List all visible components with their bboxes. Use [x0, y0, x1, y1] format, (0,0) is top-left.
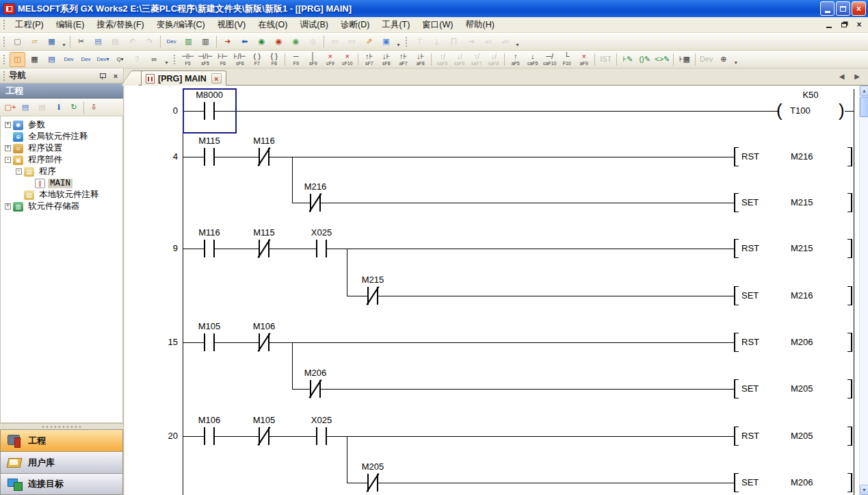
jump-icon[interactable]: ⇗	[361, 34, 377, 49]
redo-icon[interactable]: ↷	[142, 34, 157, 49]
ist-instruction-icon[interactable]: IST	[598, 52, 614, 67]
instruction-device[interactable]: M205	[791, 383, 813, 394]
scrollbar-thumb[interactable]	[860, 97, 868, 117]
invert-result-rising-icon[interactable]: ↑aF5	[508, 52, 523, 67]
tree-item-4[interactable]: -▤程序	[1, 166, 122, 177]
add-new-item-icon[interactable]: ▢+	[4, 101, 16, 113]
vertical-scrollbar[interactable]: ▲ ▼	[859, 86, 868, 495]
sfc-block-down-icon[interactable]: ⍊	[429, 34, 445, 49]
tab-scroll-arrows[interactable]: ◀ ▶	[839, 73, 864, 80]
tree-item-1[interactable]: ⊕全局软元件注释	[1, 131, 122, 142]
instruction-op[interactable]: RST	[741, 431, 759, 441]
menu-item-5[interactable]: 在线(O)	[252, 17, 293, 33]
falling-pulse-icon[interactable]: ↓⊦sF8	[378, 52, 394, 67]
coil-device[interactable]: T100	[790, 105, 811, 116]
new-project-icon[interactable]: ▢	[10, 34, 25, 49]
sfc-va0-icon[interactable]: ⊿0	[497, 34, 513, 49]
menu-item-8[interactable]: 工具(T)	[376, 17, 416, 33]
menu-drag-handle[interactable]	[3, 19, 6, 30]
menu-item-4[interactable]: 视图(V)	[211, 17, 252, 33]
device-display-toggle-icon[interactable]: Dev	[698, 52, 714, 67]
nav-button-connection[interactable]: 连接目标	[0, 473, 123, 495]
toolbar-drag-handle[interactable]	[173, 54, 176, 65]
refresh-icon[interactable]: ↻	[68, 101, 80, 113]
instruction-device[interactable]: M206	[791, 477, 813, 487]
tree-item-main[interactable]: ∥MAIN	[1, 177, 122, 189]
tree-expander-icon[interactable]: -	[5, 157, 11, 163]
scroll-up-icon[interactable]: ▲	[860, 86, 868, 96]
tree-item-0[interactable]: +✱参数	[1, 119, 122, 131]
paste-icon[interactable]: ▤	[107, 34, 123, 49]
invert-operation-result-icon[interactable]: ─/caF10	[542, 52, 557, 67]
close-button[interactable]: ×	[852, 1, 866, 16]
sfc-block-up-icon[interactable]: ⍑	[412, 34, 428, 49]
nav-button-project[interactable]: 工程	[0, 429, 123, 451]
remote-operation-icon[interactable]: ▣	[378, 34, 394, 49]
toolbar-overflow-icon[interactable]: ▾	[60, 34, 68, 49]
tree-item-7[interactable]: +▥软元件存储器	[1, 201, 122, 212]
instruction-device[interactable]: M215	[791, 197, 813, 207]
device-list-icon[interactable]: Dev	[78, 52, 94, 67]
close-contact-icon[interactable]: ⊣/⊢sF5	[197, 52, 213, 67]
cut-icon[interactable]: ✂	[73, 34, 89, 49]
monitor-stop-icon[interactable]: ◉	[271, 34, 287, 49]
read-from-plc-icon[interactable]: ⬅	[237, 34, 252, 49]
menu-item-2[interactable]: 搜索/替换(F)	[90, 17, 150, 33]
tree-expander-icon[interactable]: -	[16, 168, 22, 175]
tile-windows-icon[interactable]: ▭	[327, 34, 343, 49]
open-project-icon[interactable]: ▱	[27, 34, 42, 49]
mdi-restore-button[interactable]	[838, 19, 850, 30]
rising-pulse-close-branch-icon[interactable]: ↑/saF7	[469, 52, 484, 67]
cross-reference-icon[interactable]: Q▾	[112, 52, 128, 67]
instruction-device[interactable]: M216	[791, 151, 813, 162]
line-input-icon[interactable]: └F10	[559, 52, 575, 67]
delete-vertical-line-icon[interactable]: ×cF10	[339, 52, 355, 67]
device-comment-icon[interactable]: Dev	[163, 34, 179, 49]
instruction-device[interactable]: M216	[791, 290, 813, 301]
instruction-op[interactable]: SET	[741, 383, 759, 394]
restore-button[interactable]	[836, 1, 850, 16]
sort-filter-icon[interactable]: ⇩	[88, 101, 100, 113]
tab-close-icon[interactable]: ×	[211, 73, 222, 84]
output-window-icon[interactable]: ▤	[44, 52, 60, 67]
inline-edit-contact-icon[interactable]: ⊦✎	[620, 52, 635, 67]
instruction-op[interactable]: RST	[741, 151, 759, 162]
cascade-windows-icon[interactable]: ▭	[344, 34, 360, 49]
mdi-minimize-button[interactable]	[823, 19, 835, 30]
delete-horizontal-line-icon[interactable]: ×cF9	[322, 52, 338, 67]
menu-item-0[interactable]: 工程(P)	[9, 17, 50, 33]
inline-st-box-icon[interactable]: ⊦▦	[676, 52, 692, 67]
menu-item-10[interactable]: 帮助(H)	[459, 17, 500, 33]
rising-pulse-icon[interactable]: ↑⊦sF7	[361, 52, 377, 67]
inline-edit-instruction-icon[interactable]: <>✎	[654, 52, 670, 67]
close-branch-icon[interactable]: ⊦/⊢sF6	[232, 52, 248, 67]
menu-item-3[interactable]: 变换/编译(C)	[150, 17, 211, 33]
find-icon[interactable]: ∞	[146, 52, 162, 67]
application-instruction-icon[interactable]: { }F8	[266, 52, 282, 67]
device-display-icon[interactable]: Dev▾	[95, 52, 111, 67]
tree-item-2[interactable]: +≡程序设置	[1, 142, 122, 154]
device-monitor-mode-icon[interactable]: ▥	[181, 34, 196, 49]
item-property-icon[interactable]: ℹ	[53, 101, 65, 113]
pin-icon[interactable]	[97, 71, 108, 81]
monitor-write-mode-icon[interactable]: ◉	[288, 34, 304, 49]
toolbar-drag-handle[interactable]	[405, 36, 408, 47]
toolbar-overflow-icon[interactable]: ▾	[732, 52, 739, 67]
instruction-op[interactable]: RST	[741, 337, 759, 347]
tree-item-3[interactable]: -▣程序部件	[1, 154, 122, 166]
tree-expander-icon[interactable]: +	[5, 122, 11, 128]
sfc-va1-icon[interactable]: ⊿1	[480, 34, 496, 49]
instruction-op[interactable]: RST	[741, 243, 759, 253]
instruction-device[interactable]: M206	[791, 337, 813, 347]
tab-prg-main[interactable]: [PRG] MAIN ×	[141, 71, 226, 86]
toolbar-overflow-icon[interactable]: ▾	[395, 34, 402, 49]
tree-expander-icon[interactable]: +	[5, 203, 11, 210]
horizontal-line-icon[interactable]: ─F9	[288, 52, 304, 67]
toolbar-drag-handle[interactable]	[3, 36, 6, 47]
toolbar-overflow-icon[interactable]: ▾	[514, 34, 521, 49]
invert-result-falling-icon[interactable]: ↓caF5	[525, 52, 540, 67]
watch-window-icon[interactable]: ▥	[198, 34, 213, 49]
mdi-close-button[interactable]: ×	[853, 19, 865, 30]
copy-icon[interactable]: ▤	[90, 34, 106, 49]
menu-item-7[interactable]: 诊断(D)	[334, 17, 376, 33]
